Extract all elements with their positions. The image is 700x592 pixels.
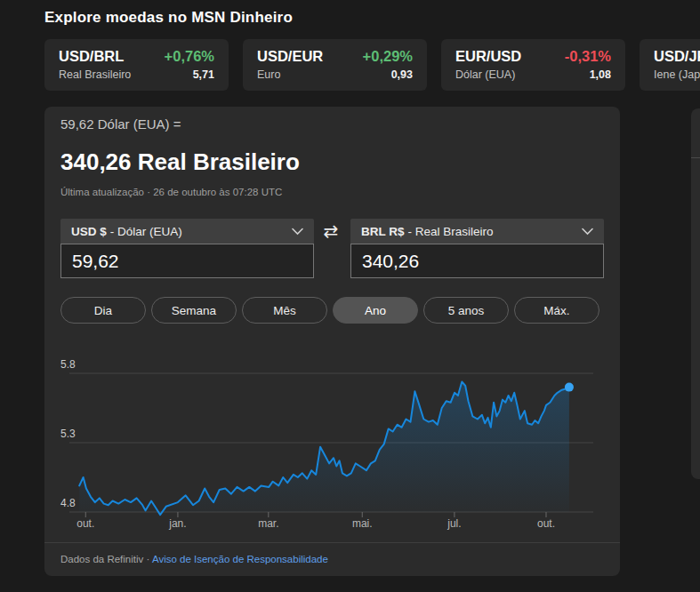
pair-name: Iene (Japão): [654, 67, 700, 84]
svg-text:4.8: 4.8: [60, 497, 76, 509]
conversion-result: 340,26 Real Brasileiro: [60, 148, 300, 176]
pair-symbol: EUR/USD: [455, 46, 521, 67]
range-button-dia[interactable]: Dia: [60, 297, 146, 324]
ticker-card-usd-brl[interactable]: USD/BRL +0,76% Real Brasileiro 5,71: [44, 39, 229, 91]
ticker-cards-row: USD/BRL +0,76% Real Brasileiro 5,71 USD/…: [44, 39, 700, 91]
pair-symbol: USD/EUR: [257, 46, 323, 67]
svg-text:mar.: mar.: [258, 517, 278, 530]
pair-name: Dólar (EUA): [455, 67, 515, 84]
adjacent-panel-divider: [691, 157, 700, 158]
svg-text:out.: out.: [537, 517, 555, 530]
currency-converter-panel: 59,62 Dólar (EUA) = 340,26 Real Brasilei…: [44, 107, 620, 576]
disclaimer-link[interactable]: Aviso de Isenção de Responsabilidade: [152, 554, 328, 564]
exchange-rate-chart[interactable]: 5.85.34.8out.jan.mar.mai.jul.out.: [44, 347, 620, 538]
pair-change: +0,29%: [363, 46, 413, 67]
from-amount-input[interactable]: [60, 244, 314, 278]
swap-currencies-button[interactable]: ⇄: [313, 215, 349, 247]
range-button-ano[interactable]: Ano: [333, 297, 418, 324]
svg-text:5.8: 5.8: [60, 358, 76, 371]
svg-text:5.3: 5.3: [60, 428, 76, 440]
data-source-text: Dados da Refinitiv ·: [60, 554, 149, 564]
svg-text:jan.: jan.: [168, 517, 186, 530]
from-currency-select[interactable]: USD $ - Dólar (EUA): [60, 219, 314, 244]
data-attribution: Dados da Refinitiv · Aviso de Isenção de…: [60, 553, 328, 566]
pair-name: Real Brasileiro: [59, 67, 131, 84]
ticker-card-usd-eur[interactable]: USD/EUR +0,29% Euro 0,93: [243, 39, 427, 91]
ticker-card-usd-jpy[interactable]: USD/JPY Iene (Japão): [640, 39, 700, 91]
pair-name: Euro: [257, 67, 280, 84]
adjacent-panel-partial: [691, 108, 700, 479]
pair-symbol: USD/BRL: [59, 46, 124, 67]
svg-text:mai.: mai.: [352, 517, 373, 530]
pair-change: +0,76%: [165, 46, 214, 67]
pair-value: 1,08: [590, 67, 611, 84]
footer-divider: [44, 542, 620, 543]
chevron-down-icon: [582, 228, 593, 236]
from-currency-code: USD $: [71, 225, 107, 238]
to-currency-select[interactable]: BRL R$ - Real Brasileiro: [350, 219, 604, 244]
last-updated-text: Última atualização · 26 de outubro às 07…: [60, 186, 282, 198]
range-selector: Dia Semana Mês Ano 5 anos Máx.: [60, 297, 599, 324]
svg-text:out.: out.: [76, 517, 94, 530]
conversion-source-label: 59,62 Dólar (EUA) =: [60, 116, 181, 133]
svg-text:jul.: jul.: [447, 517, 461, 530]
from-currency-name: - Dólar (EUA): [110, 225, 182, 238]
swap-arrows-icon: ⇄: [324, 220, 339, 242]
pair-value: 5,71: [193, 67, 214, 84]
pair-change: -0,31%: [565, 46, 611, 67]
ticker-card-eur-usd[interactable]: EUR/USD -0,31% Dólar (EUA) 1,08: [441, 39, 625, 91]
to-currency-code: BRL R$: [361, 225, 405, 238]
chevron-down-icon: [292, 228, 303, 236]
range-button-5anos[interactable]: 5 anos: [423, 297, 509, 324]
page-title: Explore moedas no MSN Dinheiro: [44, 9, 293, 27]
to-currency-name: - Real Brasileiro: [408, 225, 494, 238]
range-button-semana[interactable]: Semana: [151, 297, 237, 324]
to-amount-input[interactable]: [350, 244, 604, 278]
range-button-mes[interactable]: Mês: [242, 297, 327, 324]
pair-symbol: USD/JPY: [654, 46, 700, 67]
range-button-max[interactable]: Máx.: [514, 297, 599, 324]
pair-value: 0,93: [391, 67, 413, 84]
